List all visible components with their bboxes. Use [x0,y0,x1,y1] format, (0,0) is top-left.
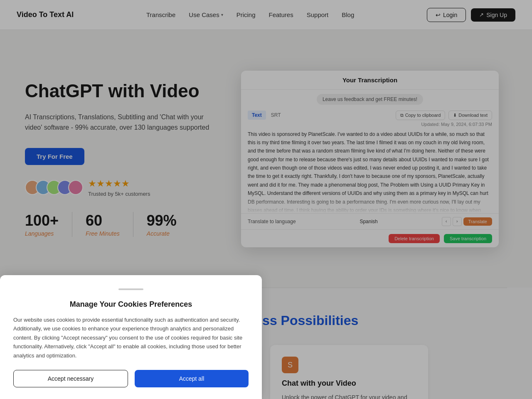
cookie-handle [118,288,143,290]
cookie-actions: Accept necessary Accept all [13,370,249,387]
cookie-text: Our website uses cookies to provide esse… [13,315,249,360]
cookie-banner: Manage Your Cookies Preferences Our webs… [0,275,262,399]
cookie-title: Manage Your Cookies Preferences [13,300,249,309]
accept-necessary-button[interactable]: Accept necessary [13,370,128,387]
cookie-overlay: Manage Your Cookies Preferences Our webs… [0,0,532,399]
accept-all-button[interactable]: Accept all [135,370,249,387]
